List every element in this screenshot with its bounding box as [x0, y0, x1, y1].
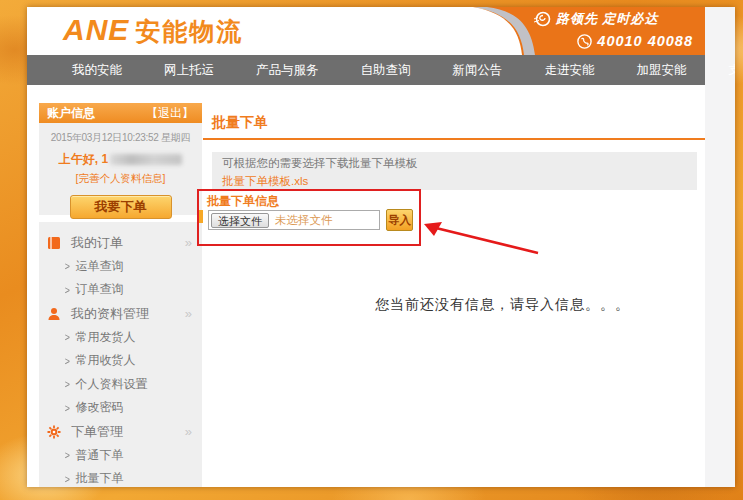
import-button[interactable]: 导入 — [386, 209, 413, 231]
nav-item-my-ane[interactable]: 我的安能 — [51, 62, 143, 79]
sidebar-item-my-orders[interactable]: 我的订单 » — [39, 231, 202, 255]
sidebar-item-waybill-query[interactable]: > 运单查询 — [39, 255, 202, 279]
chevron-right-icon: > — [65, 473, 70, 485]
nav-item-news[interactable]: 新闻公告 — [432, 62, 524, 79]
masked-phone-number — [110, 154, 182, 165]
no-file-selected-text: 未选择文件 — [275, 213, 333, 228]
sidebar-item-frequent-senders[interactable]: > 常用发货人 — [39, 325, 202, 349]
logo-cn-text: 安能物流 — [135, 15, 243, 48]
header-right-banner: 路领先 定时必达 40010 40088 — [427, 7, 705, 55]
main-nav: 我的安能 网上托运 产品与服务 自助查询 新闻公告 走进安能 加盟安能 支持中心 — [27, 55, 705, 85]
book-icon — [47, 236, 61, 250]
swoosh-icon — [533, 10, 551, 28]
sidebar-item-profile-settings[interactable]: > 个人资料设置 — [39, 373, 202, 397]
choose-file-button[interactable]: 选择文件 — [211, 213, 269, 228]
hotline: 40010 40088 — [577, 33, 693, 49]
account-info-header: 账户信息 【退出】 — [39, 103, 202, 123]
slogan-text: 路领先 定时必达 — [556, 10, 659, 28]
double-arrow-icon: » — [185, 235, 192, 250]
current-datetime: 2015年03月12日10:23:52 星期四 — [39, 131, 202, 145]
sidebar-menu-panel: 我的订单 » > 运单查询 > 订单查询 我的资料管理 » > — [39, 222, 202, 487]
main-content: 批量下单 可根据您的需要选择下载批量下单模板 批量下单模板.xls — [203, 85, 705, 190]
chevron-right-icon: > — [65, 355, 70, 367]
site-header: ANE 安能物流 路领先 定时必达 — [27, 7, 705, 55]
chevron-right-icon: > — [65, 402, 70, 414]
sidebar-item-batch-order[interactable]: > 批量下单 — [39, 467, 202, 487]
nav-item-about-ane[interactable]: 走进安能 — [524, 62, 616, 79]
sidebar-item-label: 下单管理 — [71, 423, 123, 441]
sidebar-item-my-profile-management[interactable]: 我的资料管理 » — [39, 302, 202, 326]
orange-tick-decoration — [199, 210, 203, 223]
sidebar-item-label: 常用收货人 — [75, 352, 135, 369]
sidebar-item-label: 我的订单 — [71, 234, 123, 252]
sidebar-item-label: 订单查询 — [75, 281, 123, 298]
greeting-text: 上午好, 1 — [59, 151, 108, 168]
gear-icon — [47, 425, 61, 439]
phone-icon — [577, 34, 592, 49]
template-hint-text: 可根据您的需要选择下载批量下单模板 — [222, 156, 687, 171]
nav-item-products-services[interactable]: 产品与服务 — [235, 62, 340, 79]
nav-item-join-ane[interactable]: 加盟安能 — [616, 62, 708, 79]
sidebar-menu: 我的订单 » > 运单查询 > 订单查询 我的资料管理 » > — [39, 231, 202, 487]
complete-profile-link[interactable]: [完善个人资料信息] — [39, 172, 202, 186]
sidebar-item-label: 我的资料管理 — [71, 305, 149, 323]
chevron-right-icon: > — [65, 284, 70, 296]
sidebar-item-normal-order[interactable]: > 普通下单 — [39, 443, 202, 467]
ane-logo[interactable]: ANE 安能物流 — [63, 13, 243, 48]
sidebar-item-label: 修改密码 — [75, 399, 123, 416]
nav-item-self-query[interactable]: 自助查询 — [340, 62, 432, 79]
nav-item-support-center[interactable]: 支持中心 — [708, 62, 736, 79]
account-info-title: 账户信息 — [47, 105, 95, 122]
chevron-right-icon: > — [65, 449, 70, 461]
nav-item-online-shipping[interactable]: 网上托运 — [143, 62, 235, 79]
phone-number: 40010 40088 — [597, 33, 693, 49]
account-info-panel: 账户信息 【退出】 2015年03月12日10:23:52 星期四 上午好, 1… — [39, 103, 202, 215]
logout-link[interactable]: 【退出】 — [146, 105, 194, 122]
page-title: 批量下单 — [212, 114, 705, 132]
title-underline — [203, 138, 705, 140]
template-download-box: 可根据您的需要选择下载批量下单模板 批量下单模板.xls — [212, 152, 697, 190]
sidebar-item-label: 常用发货人 — [75, 329, 135, 346]
sidebar-item-order-query[interactable]: > 订单查询 — [39, 278, 202, 302]
sidebar-item-label: 个人资料设置 — [75, 376, 147, 393]
double-arrow-icon: » — [185, 424, 192, 439]
red-arrow-annotation — [422, 217, 547, 259]
place-order-button[interactable]: 我要下单 — [70, 195, 172, 219]
browser-page: ANE 安能物流 路领先 定时必达 — [27, 7, 735, 487]
import-section-title: 批量下单信息 — [207, 193, 279, 210]
sidebar-item-order-management[interactable]: 下单管理 » — [39, 420, 202, 444]
empty-info-message: 您当前还没有信息，请导入信息。。。 — [375, 296, 630, 314]
sidebar-item-label: 批量下单 — [75, 470, 123, 487]
sidebar-item-frequent-receivers[interactable]: > 常用收货人 — [39, 349, 202, 373]
chevron-right-icon: > — [65, 260, 70, 272]
sidebar-item-label: 运单查询 — [75, 258, 123, 275]
person-icon — [47, 307, 61, 321]
page-right-margin — [705, 7, 735, 487]
sidebar-item-label: 普通下单 — [75, 447, 123, 464]
template-download-link[interactable]: 批量下单模板.xls — [222, 174, 308, 189]
double-arrow-icon: » — [185, 306, 192, 321]
chevron-right-icon: > — [65, 378, 70, 390]
sidebar-item-change-password[interactable]: > 修改密码 — [39, 396, 202, 420]
greeting-row: 上午好, 1 — [39, 151, 202, 168]
file-input[interactable]: 选择文件 未选择文件 — [208, 210, 380, 230]
slogan: 路领先 定时必达 — [533, 10, 659, 28]
logo-en-text: ANE — [63, 13, 129, 47]
chevron-right-icon: > — [65, 331, 70, 343]
